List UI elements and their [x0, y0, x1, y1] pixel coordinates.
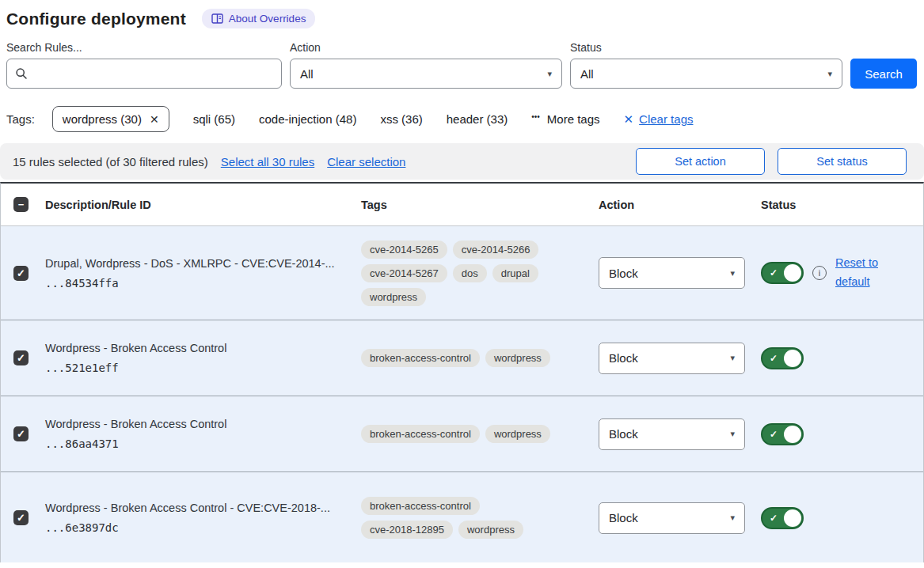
- select-all-checkbox[interactable]: −: [13, 197, 29, 212]
- table-row: ✓ Wordpress - Broken Access Control ...8…: [1, 396, 923, 471]
- chevron-down-icon: ▾: [730, 354, 735, 362]
- status-filter: Status All ▾: [570, 41, 842, 89]
- rule-action-cell: Block ▾: [599, 343, 753, 374]
- header-description: Description/Rule ID: [37, 199, 354, 211]
- search-filter: Search Rules...: [6, 41, 282, 89]
- selection-bar: 15 rules selected (of 30 filtered rules)…: [0, 143, 924, 180]
- header-action: Action: [599, 199, 753, 211]
- rule-action-cell: Block ▾: [599, 418, 753, 450]
- search-icon: [15, 67, 28, 80]
- clear-selection-link[interactable]: Clear selection: [327, 155, 405, 169]
- search-rules-input[interactable]: [34, 67, 273, 81]
- search-rules-box[interactable]: [6, 59, 282, 89]
- rule-status-cell: ✓: [753, 423, 923, 445]
- check-icon: ✓: [770, 353, 778, 364]
- rule-action-cell: Block ▾: [599, 502, 753, 534]
- header-status: Status: [753, 199, 923, 211]
- tag-filter-header[interactable]: header (33): [447, 112, 508, 126]
- check-icon: ✓: [17, 268, 25, 278]
- rule-id: ...86aa4371: [45, 437, 343, 450]
- action-filter-label: Action: [290, 41, 562, 54]
- check-icon: ✓: [17, 513, 25, 523]
- set-status-button[interactable]: Set status: [778, 148, 907, 175]
- tag-pill: cve-2014-5265: [361, 240, 447, 259]
- check-icon: ✓: [17, 429, 25, 439]
- rule-tags: broken-access-controlcve-2018-12895wordp…: [354, 497, 599, 539]
- ellipsis-icon: •••: [531, 112, 540, 121]
- tag-pill: broken-access-control: [361, 425, 480, 443]
- tag-pill: drupal: [492, 264, 538, 282]
- toggle-knob: [784, 426, 801, 443]
- check-icon: ✓: [17, 353, 25, 363]
- page-title: Configure deployment: [6, 9, 186, 28]
- rule-action-cell: Block ▾: [599, 257, 753, 289]
- search-button[interactable]: Search: [850, 59, 917, 89]
- status-filter-value: All: [580, 67, 594, 81]
- minus-icon: −: [18, 199, 25, 210]
- remove-tag-icon[interactable]: ✕: [150, 113, 159, 126]
- action-select-value: Block: [609, 267, 638, 280]
- action-select-value: Block: [609, 511, 638, 524]
- status-toggle[interactable]: ✓: [761, 423, 804, 445]
- tag-filter-code-injection[interactable]: code-injection (48): [259, 112, 356, 126]
- tag-filter-xss[interactable]: xss (36): [380, 112, 422, 126]
- tag-filter-sqli[interactable]: sqli (65): [193, 112, 235, 126]
- row-checkbox[interactable]: ✓: [13, 510, 29, 525]
- toggle-knob: [784, 350, 801, 367]
- rule-tags: broken-access-controlwordpress: [354, 425, 599, 443]
- rule-description: Wordpress - Broken Access Control: [45, 342, 343, 354]
- chevron-down-icon: ▾: [730, 513, 735, 522]
- rule-description-cell: Wordpress - Broken Access Control ...521…: [37, 342, 354, 374]
- status-filter-select[interactable]: All ▾: [570, 59, 842, 89]
- tag-pill: wordpress: [485, 349, 550, 367]
- tags-bar: Tags: wordpress (30) ✕ sqli (65) code-in…: [6, 106, 918, 132]
- tag-pill: cve-2018-12895: [361, 521, 453, 539]
- chevron-down-icon: ▾: [730, 430, 735, 438]
- rule-description-cell: Wordpress - Broken Access Control ...86a…: [37, 418, 354, 450]
- rule-description: Wordpress - Broken Access Control - CVE:…: [45, 502, 343, 514]
- rule-description: Drupal, Wordpress - DoS - XMLRPC - CVE:C…: [45, 257, 343, 270]
- action-select-value: Block: [609, 427, 638, 441]
- action-select[interactable]: Block ▾: [599, 418, 745, 450]
- page-top: Configure deployment About Overrides Sea…: [0, 0, 924, 132]
- about-overrides-badge[interactable]: About Overrides: [202, 9, 316, 28]
- status-toggle[interactable]: ✓: [761, 507, 804, 529]
- row-checkbox-cell: ✓: [1, 510, 37, 525]
- rule-tags: cve-2014-5265cve-2014-5266cve-2014-5267d…: [354, 240, 599, 306]
- info-icon[interactable]: i: [812, 266, 827, 280]
- tag-pill: cve-2014-5266: [453, 240, 539, 259]
- table-row: ✓ Wordpress - Broken Access Control ...5…: [1, 320, 923, 396]
- page-header: Configure deployment About Overrides: [6, 0, 918, 28]
- action-filter-select[interactable]: All ▾: [290, 59, 562, 89]
- action-select[interactable]: Block ▾: [599, 343, 745, 374]
- action-select-value: Block: [609, 351, 638, 365]
- status-toggle[interactable]: ✓: [761, 262, 804, 284]
- rule-id: ...521e1eff: [45, 362, 343, 374]
- row-checkbox[interactable]: ✓: [13, 350, 29, 365]
- tag-pill: wordpress: [485, 425, 550, 443]
- filters-row: Search Rules... Action All ▾ Status All …: [6, 41, 918, 89]
- action-select[interactable]: Block ▾: [599, 502, 745, 534]
- chevron-down-icon: ▾: [547, 70, 552, 78]
- row-checkbox[interactable]: ✓: [13, 266, 29, 281]
- book-icon: [211, 13, 223, 24]
- more-tags-button[interactable]: ••• More tags: [531, 112, 599, 126]
- tags-label: Tags:: [6, 112, 35, 126]
- rule-id: ...6e3897dc: [45, 521, 343, 534]
- tag-pill: broken-access-control: [361, 349, 480, 367]
- row-checkbox[interactable]: ✓: [13, 426, 29, 441]
- tag-pill: broken-access-control: [361, 497, 480, 515]
- set-action-button[interactable]: Set action: [636, 148, 765, 175]
- header-checkbox-cell: −: [1, 197, 37, 212]
- toggle-knob: [784, 509, 801, 527]
- action-select[interactable]: Block ▾: [599, 257, 745, 289]
- reset-to-default-link[interactable]: Reset to default: [835, 254, 888, 292]
- selected-tag-chip-wordpress[interactable]: wordpress (30) ✕: [52, 106, 169, 132]
- clear-tags-button[interactable]: ✕ Clear tags: [624, 112, 694, 127]
- selection-summary: 15 rules selected (of 30 filtered rules): [13, 155, 208, 169]
- status-toggle[interactable]: ✓: [761, 347, 804, 369]
- tag-pill: wordpress: [458, 521, 523, 539]
- check-icon: ✓: [770, 429, 778, 440]
- rule-description-cell: Wordpress - Broken Access Control - CVE:…: [37, 502, 354, 534]
- select-all-link[interactable]: Select all 30 rules: [221, 155, 314, 169]
